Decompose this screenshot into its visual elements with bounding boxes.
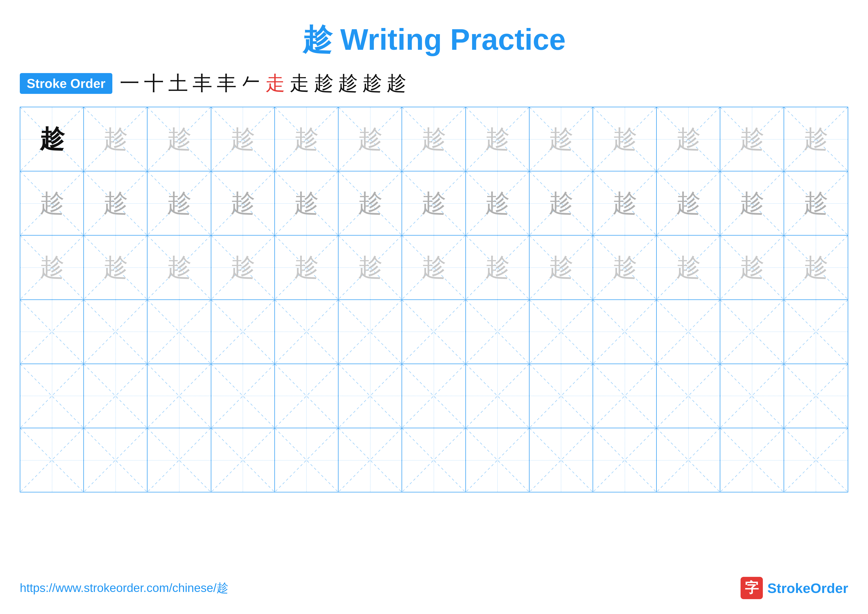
cell-4-3 <box>147 300 211 364</box>
title-text: Writing Practice <box>332 23 566 56</box>
cell-2-5: 趁 <box>275 171 338 235</box>
svg-line-148 <box>593 428 656 492</box>
char-cell: 趁 <box>103 127 128 152</box>
stroke-order-badge: Stroke Order <box>20 73 112 94</box>
svg-line-141 <box>338 428 401 492</box>
svg-line-144 <box>466 428 529 492</box>
char-cell: 趁 <box>103 255 128 280</box>
svg-line-138 <box>275 428 338 492</box>
cell-1-7: 趁 <box>402 107 466 171</box>
cell-5-3 <box>147 364 211 428</box>
cell-6-10 <box>593 428 657 492</box>
cell-2-10: 趁 <box>593 171 657 235</box>
stroke-2: 十 <box>144 70 164 97</box>
char-cell: 趁 <box>230 255 255 280</box>
cell-4-5 <box>275 300 338 364</box>
cell-6-7 <box>402 428 466 492</box>
svg-line-153 <box>720 428 783 492</box>
char-cell: 趁 <box>294 191 319 216</box>
cell-3-13: 趁 <box>784 236 848 299</box>
cell-5-8 <box>466 364 530 428</box>
svg-line-120 <box>530 364 593 428</box>
char-cell: 趁 <box>803 127 828 152</box>
stroke-10: 趁 <box>338 70 358 97</box>
char-cell: 趁 <box>803 255 828 280</box>
char-cell: 趁 <box>422 191 446 216</box>
char-cell: 趁 <box>612 191 637 216</box>
char-cell: 趁 <box>485 127 510 152</box>
cell-1-8: 趁 <box>466 107 530 171</box>
cell-3-6: 趁 <box>338 236 402 299</box>
svg-line-129 <box>784 364 848 428</box>
cell-5-2 <box>84 364 147 428</box>
svg-line-92 <box>466 300 529 364</box>
svg-line-149 <box>593 428 656 492</box>
cell-6-9 <box>530 428 593 492</box>
cell-4-13 <box>784 300 848 364</box>
footer-url-link[interactable]: https://www.strokeorder.com/chinese/趁 <box>20 580 228 596</box>
cell-1-12: 趁 <box>720 107 784 171</box>
cell-1-3: 趁 <box>147 107 211 171</box>
cell-2-6: 趁 <box>338 171 402 235</box>
svg-line-89 <box>338 300 401 364</box>
cell-3-9: 趁 <box>530 236 593 299</box>
cell-4-8 <box>466 300 530 364</box>
stroke-order-row: Stroke Order 一 十 土 丰 丰 𠂉 走 走 趁 趁 趁 趁 <box>0 70 868 97</box>
cell-5-10 <box>593 364 657 428</box>
cell-2-3: 趁 <box>147 171 211 235</box>
stroke-5: 丰 <box>217 70 237 97</box>
svg-line-116 <box>402 364 465 428</box>
stroke-chars: 一 十 土 丰 丰 𠂉 走 走 趁 趁 趁 趁 <box>120 70 406 97</box>
char-cell: 趁 <box>358 191 383 216</box>
stroke-7: 走 <box>265 70 285 97</box>
svg-line-103 <box>784 300 848 364</box>
cell-6-5 <box>275 428 338 492</box>
svg-line-81 <box>84 300 147 364</box>
svg-line-127 <box>720 364 783 428</box>
cell-4-2 <box>84 300 147 364</box>
svg-line-85 <box>211 300 274 364</box>
svg-line-117 <box>402 364 465 428</box>
svg-line-113 <box>275 364 338 428</box>
cell-6-13 <box>784 428 848 492</box>
cell-5-7 <box>402 364 466 428</box>
char-cell: 趁 <box>230 127 255 152</box>
char-cell: 趁 <box>612 127 637 152</box>
cell-5-4 <box>211 364 275 428</box>
cell-4-6 <box>338 300 402 364</box>
svg-line-102 <box>784 300 848 364</box>
footer: https://www.strokeorder.com/chinese/趁 字 … <box>20 577 848 599</box>
cell-3-10: 趁 <box>593 236 657 299</box>
svg-line-110 <box>211 364 274 428</box>
svg-line-111 <box>211 364 274 428</box>
char-cell: 趁 <box>803 191 828 216</box>
svg-line-122 <box>593 364 656 428</box>
grid-row-6 <box>20 428 848 492</box>
char-cell: 趁 <box>40 127 64 152</box>
svg-line-124 <box>657 364 720 428</box>
svg-line-100 <box>720 300 783 364</box>
svg-line-121 <box>530 364 593 428</box>
cell-6-8 <box>466 428 530 492</box>
stroke-3: 土 <box>168 70 188 97</box>
cell-6-6 <box>338 428 402 492</box>
cell-6-4 <box>211 428 275 492</box>
svg-line-91 <box>402 300 465 364</box>
stroke-4: 丰 <box>192 70 212 97</box>
stroke-1: 一 <box>120 70 140 97</box>
svg-line-128 <box>784 364 848 428</box>
grid-row-5 <box>20 364 848 428</box>
cell-2-7: 趁 <box>402 171 466 235</box>
svg-line-88 <box>338 300 401 364</box>
svg-line-137 <box>211 428 274 492</box>
stroke-9: 趁 <box>314 70 333 97</box>
char-cell: 趁 <box>40 191 64 216</box>
svg-line-115 <box>338 364 401 428</box>
cell-2-8: 趁 <box>466 171 530 235</box>
svg-line-98 <box>657 300 720 364</box>
char-cell: 趁 <box>358 127 383 152</box>
svg-line-90 <box>402 300 465 364</box>
char-cell: 趁 <box>485 255 510 280</box>
cell-2-11: 趁 <box>657 171 720 235</box>
cell-5-6 <box>338 364 402 428</box>
